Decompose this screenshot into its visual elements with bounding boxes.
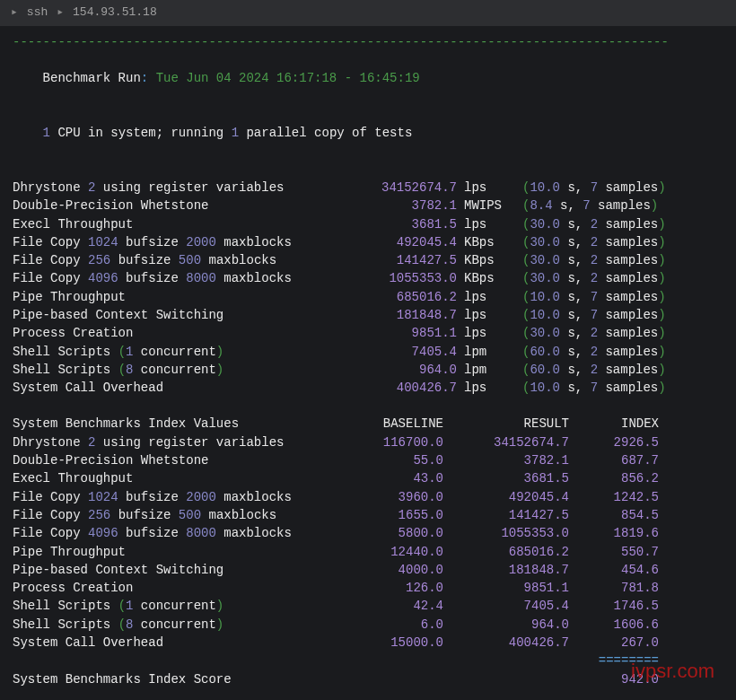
index-name: Shell Scripts (1 concurrent) (13, 597, 345, 615)
test-name: File Copy 1024 bufsize 2000 maxblocks (13, 233, 354, 251)
test-name: Pipe-based Context Switching (13, 306, 354, 324)
test-unit: lps (457, 324, 506, 342)
index-value: 687.7 (569, 451, 659, 469)
test-details: (30.0 s, 2 samples) (506, 324, 666, 342)
index-name: System Call Overhead (13, 634, 345, 652)
result-value: 34152674.7 (443, 433, 569, 451)
score-label: System Benchmarks Index Score (13, 670, 345, 688)
run-datetime: Tue Jun 04 2024 16:17:18 - 16:45:19 (156, 71, 420, 85)
test-name: System Call Overhead (13, 379, 354, 397)
final-score-row: System Benchmarks Index Score 942.0 (13, 670, 723, 688)
index-value: 1746.5 (569, 597, 659, 615)
test-name: File Copy 256 bufsize 500 maxblocks (13, 251, 354, 269)
test-name: Dhrystone 2 using register variables (13, 179, 354, 197)
test-details: (30.0 s, 2 samples) (506, 233, 666, 251)
baseline-value: 126.0 (345, 579, 443, 597)
index-value: 1606.6 (569, 616, 659, 634)
index-row: File Copy 256 bufsize 500 maxblocks1655.… (13, 506, 723, 524)
baseline-value: 55.0 (345, 451, 443, 469)
test-name: Execl Throughput (13, 215, 354, 233)
col-result: RESULT (443, 415, 569, 433)
test-unit: lpm (457, 361, 506, 379)
separator-line: ----------------------------------------… (13, 33, 723, 51)
index-value: 781.8 (569, 579, 659, 597)
test-value: 685016.2 (354, 288, 457, 306)
col-baseline: BASELINE (345, 415, 443, 433)
test-name: Double-Precision Whetstone (13, 197, 354, 214)
result-value: 492045.4 (443, 488, 569, 506)
test-name: Pipe Throughput (13, 288, 354, 306)
col-index: INDEX (569, 415, 659, 433)
test-value: 141427.5 (354, 251, 457, 269)
index-value: 454.6 (569, 561, 659, 579)
test-value: 400426.7 (354, 379, 457, 397)
index-name: Process Creation (13, 579, 345, 597)
result-value: 685016.2 (443, 543, 569, 561)
test-row: Execl Throughput3681.5lps(30.0 s, 2 samp… (13, 215, 723, 233)
test-value: 7405.4 (354, 343, 457, 361)
index-row: Dhrystone 2 using register variables1167… (13, 433, 723, 451)
test-name: File Copy 4096 bufsize 8000 maxblocks (13, 269, 354, 287)
baseline-value: 6.0 (345, 616, 443, 634)
result-value: 3782.1 (443, 451, 569, 469)
test-row: File Copy 256 bufsize 500 maxblocks14142… (13, 251, 723, 269)
index-value: 267.0 (569, 634, 659, 652)
test-unit: lps (457, 215, 506, 233)
baseline-value: 5800.0 (345, 524, 443, 542)
watermark: ivpsr.com (631, 657, 714, 686)
tests-table: Dhrystone 2 using register variables3415… (13, 179, 723, 398)
test-row: System Call Overhead400426.7lps(10.0 s, … (13, 379, 723, 397)
test-unit: lps (457, 288, 506, 306)
index-value: 854.5 (569, 506, 659, 524)
cpu-info-line: 1 CPU in system; running 1 parallel copy… (13, 106, 723, 161)
index-value: 856.2 (569, 469, 659, 487)
test-value: 3782.1 (354, 197, 457, 214)
test-unit: KBps (457, 269, 506, 287)
test-name: Shell Scripts (8 concurrent) (13, 361, 354, 379)
test-name: Shell Scripts (1 concurrent) (13, 343, 354, 361)
terminal-output[interactable]: ----------------------------------------… (0, 26, 736, 696)
test-details: (10.0 s, 7 samples) (506, 306, 666, 324)
index-name: Pipe-based Context Switching (13, 561, 345, 579)
titlebar: ▸ ssh ▸ 154.93.51.18 (0, 0, 736, 26)
test-details: (10.0 s, 7 samples) (506, 179, 666, 197)
index-row: System Call Overhead15000.0400426.7267.0 (13, 634, 723, 652)
index-name: Shell Scripts (8 concurrent) (13, 616, 345, 634)
test-unit: lps (457, 179, 506, 197)
test-details: (60.0 s, 2 samples) (506, 361, 666, 379)
index-row: Execl Throughput43.03681.5856.2 (13, 469, 723, 487)
test-details: (10.0 s, 7 samples) (506, 288, 666, 306)
baseline-value: 4000.0 (345, 561, 443, 579)
index-value: 550.7 (569, 543, 659, 561)
test-row: File Copy 1024 bufsize 2000 maxblocks492… (13, 233, 723, 251)
index-value: 2926.5 (569, 433, 659, 451)
test-unit: lpm (457, 343, 506, 361)
result-value: 400426.7 (443, 634, 569, 652)
test-details: (30.0 s, 2 samples) (506, 251, 666, 269)
index-row: File Copy 4096 bufsize 8000 maxblocks580… (13, 524, 723, 542)
test-details: (8.4 s, 7 samples) (506, 197, 658, 214)
test-row: Pipe Throughput685016.2lps(10.0 s, 7 sam… (13, 288, 723, 306)
test-unit: MWIPS (457, 197, 506, 214)
breadcrumb-arrow-icon: ▸ (57, 4, 64, 22)
index-header-row: System Benchmarks Index Values BASELINE … (13, 415, 723, 433)
index-value: 1819.6 (569, 524, 659, 542)
test-value: 181848.7 (354, 306, 457, 324)
index-row: File Copy 1024 bufsize 2000 maxblocks396… (13, 488, 723, 506)
titlebar-ip: 154.93.51.18 (73, 4, 157, 22)
baseline-value: 116700.0 (345, 433, 443, 451)
test-row: Shell Scripts (8 concurrent)964.0lpm(60.… (13, 361, 723, 379)
index-row: Pipe Throughput12440.0685016.2550.7 (13, 543, 723, 561)
parallel-copies: 1 (232, 126, 239, 140)
result-value: 181848.7 (443, 561, 569, 579)
test-unit: lps (457, 379, 506, 397)
separator-row: ======== (13, 652, 723, 669)
test-row: Dhrystone 2 using register variables3415… (13, 179, 723, 197)
baseline-value: 3960.0 (345, 488, 443, 506)
test-details: (10.0 s, 7 samples) (506, 379, 666, 397)
result-value: 3681.5 (443, 469, 569, 487)
test-row: Process Creation9851.1lps(30.0 s, 2 samp… (13, 324, 723, 342)
baseline-value: 43.0 (345, 469, 443, 487)
result-value: 964.0 (443, 616, 569, 634)
test-value: 9851.1 (354, 324, 457, 342)
